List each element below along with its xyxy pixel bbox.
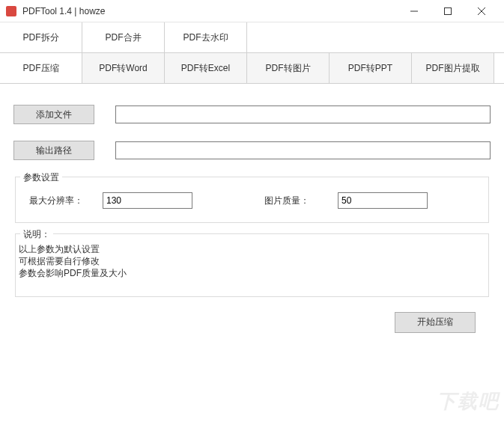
- minimize-button[interactable]: [397, 1, 431, 22]
- description-legend: 说明：: [20, 228, 53, 241]
- output-path-button[interactable]: 输出路径: [13, 141, 94, 160]
- tab-pdf-to-ppt[interactable]: PDF转PPT: [330, 53, 412, 83]
- add-file-input[interactable]: [115, 106, 491, 123]
- params-row: 最大分辨率： 图片质量：: [29, 192, 475, 209]
- tab-pdf-split[interactable]: PDF拆分: [0, 22, 82, 52]
- desc-line-1: 以上参数为默认设置: [19, 243, 485, 255]
- add-file-row: 添加文件: [13, 105, 491, 124]
- params-fieldset: 参数设置 最大分辨率： 图片质量：: [15, 177, 489, 223]
- output-path-row: 输出路径: [13, 141, 491, 160]
- tabs-row-1: PDF拆分 PDF合并 PDF去水印: [0, 22, 504, 53]
- close-button[interactable]: [464, 1, 498, 22]
- start-compress-button[interactable]: 开始压缩: [395, 312, 476, 333]
- description-fieldset: 说明： 以上参数为默认设置 可根据需要自行修改 参数会影响PDF质量及大小: [15, 233, 489, 297]
- image-quality-label: 图片质量：: [264, 195, 324, 207]
- params-legend: 参数设置: [20, 171, 62, 184]
- tab-pdf-remove-watermark[interactable]: PDF去水印: [165, 22, 247, 52]
- svg-rect-1: [444, 7, 451, 14]
- app-icon: [6, 6, 16, 16]
- desc-line-3: 参数会影响PDF质量及大小: [19, 267, 485, 279]
- action-row: 开始压缩: [13, 297, 491, 333]
- tab-pdf-to-excel[interactable]: PDF转Excel: [165, 53, 247, 83]
- description-text: 以上参数为默认设置 可根据需要自行修改 参数会影响PDF质量及大小: [19, 243, 485, 280]
- window-title: PDFTool 1.4 | howze: [22, 6, 397, 16]
- tab-pdf-to-word[interactable]: PDF转Word: [82, 53, 165, 83]
- add-file-button[interactable]: 添加文件: [13, 105, 94, 124]
- tab-pdf-extract-images[interactable]: PDF图片提取: [412, 53, 494, 83]
- tabs-row-2: PDF压缩 PDF转Word PDF转Excel PDF转图片 PDF转PPT …: [0, 53, 504, 84]
- tab-pdf-compress[interactable]: PDF压缩: [0, 53, 82, 83]
- tab-pdf-to-image[interactable]: PDF转图片: [247, 53, 330, 83]
- main-content: 添加文件 输出路径 参数设置 最大分辨率： 图片质量： 说明： 以上参数为默认设…: [0, 84, 504, 340]
- max-resolution-label: 最大分辨率：: [29, 195, 89, 207]
- tab-pdf-merge[interactable]: PDF合并: [82, 22, 165, 52]
- desc-line-2: 可根据需要自行修改: [19, 255, 485, 267]
- watermark-text: 下载吧: [437, 388, 500, 415]
- titlebar: PDFTool 1.4 | howze: [0, 0, 504, 22]
- output-path-input[interactable]: [115, 141, 491, 159]
- max-resolution-input[interactable]: [103, 192, 192, 209]
- maximize-button[interactable]: [431, 1, 464, 22]
- window-controls: [397, 1, 498, 22]
- image-quality-input[interactable]: [338, 192, 428, 209]
